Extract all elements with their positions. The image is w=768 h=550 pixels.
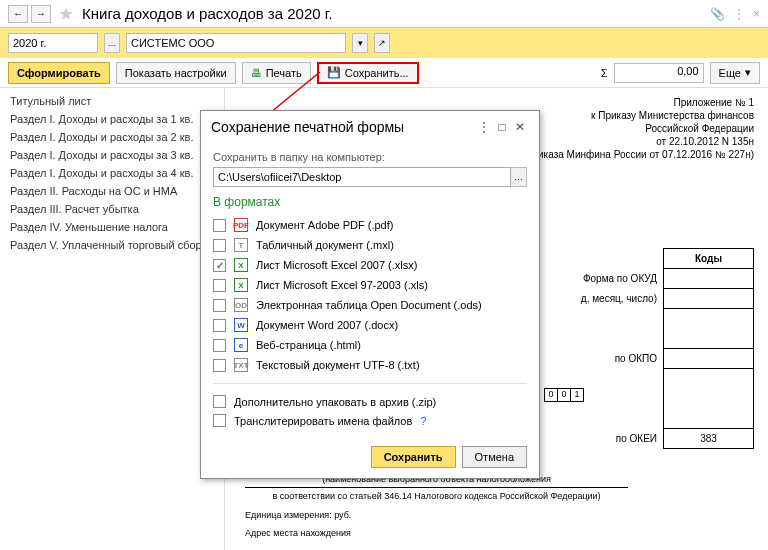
zip-checkbox[interactable] [213, 395, 226, 408]
sidebar-item[interactable]: Раздел I. Доходы и расходы за 3 кв. [0, 146, 224, 164]
toolbar: Сформировать Показать настройки 🖶Печать … [0, 58, 768, 88]
format-row: e Веб-страница (.html) [213, 335, 527, 355]
dialog-save-button[interactable]: Сохранить [371, 446, 456, 468]
close-icon[interactable]: × [753, 7, 760, 21]
format-checkbox[interactable] [213, 279, 226, 292]
page-title: Книга доходов и расходов за 2020 г. [82, 5, 710, 22]
printer-icon: 🖶 [251, 67, 262, 79]
format-label: Электронная таблица Open Document (.ods) [256, 299, 482, 311]
help-link[interactable]: ? [420, 415, 426, 427]
format-icon: PDF [234, 218, 248, 232]
format-row: TXT Текстовый документ UTF-8 (.txt) [213, 355, 527, 375]
translit-checkbox[interactable] [213, 414, 226, 427]
format-checkbox[interactable] [213, 359, 226, 372]
sidebar-item[interactable]: Раздел III. Расчет убытка [0, 200, 224, 218]
titlebar: ← → ★ Книга доходов и расходов за 2020 г… [0, 0, 768, 28]
nav-back-button[interactable]: ← [8, 5, 28, 23]
org-open-button[interactable]: ↗ [374, 33, 390, 53]
format-label: Текстовый документ UTF-8 (.txt) [256, 359, 420, 371]
sidebar-item[interactable]: Раздел V. Уплаченный торговый сбор [0, 236, 224, 254]
format-checkbox[interactable] [213, 219, 226, 232]
format-icon: OD [234, 298, 248, 312]
format-label: Лист Microsoft Excel 97-2003 (.xls) [256, 279, 428, 291]
nav-forward-button[interactable]: → [31, 5, 51, 23]
format-label: Документ Adobe PDF (.pdf) [256, 219, 393, 231]
date-digit: 0 [544, 388, 558, 402]
date-boxes: 001 [545, 388, 584, 402]
attach-icon[interactable]: 📎 [710, 7, 725, 21]
sidebar-item[interactable]: Раздел I. Доходы и расходы за 1 кв. [0, 110, 224, 128]
format-checkbox[interactable] [213, 239, 226, 252]
format-label: Лист Microsoft Excel 2007 (.xlsx) [256, 259, 417, 271]
footer-line: Единица измерения: руб. [245, 509, 628, 522]
codes-table: Коды Форма по ОКУД д, месяц, число) по О… [577, 248, 754, 449]
path-input[interactable] [213, 167, 511, 187]
filter-bar: … ▾ ↗ [0, 28, 768, 58]
sum-label: Σ [601, 67, 608, 79]
org-clear-button[interactable]: ▾ [352, 33, 368, 53]
save-dialog: Сохранение печатной формы ⋮ □ ✕ Сохранит… [200, 110, 540, 479]
dialog-title: Сохранение печатной формы [211, 119, 475, 135]
format-icon: W [234, 318, 248, 332]
dialog-cancel-button[interactable]: Отмена [462, 446, 527, 468]
form-button[interactable]: Сформировать [8, 62, 110, 84]
diskette-icon: 💾 [327, 66, 341, 79]
format-row: OD Электронная таблица Open Document (.o… [213, 295, 527, 315]
settings-button[interactable]: Показать настройки [116, 62, 236, 84]
format-checkbox[interactable] [213, 299, 226, 312]
footer-line: в соответствии со статьей 346.14 Налогов… [245, 490, 628, 503]
footer-line: Адрес места нахождения [245, 527, 628, 540]
formats-heading: В форматах [213, 195, 527, 209]
format-checkbox[interactable] [213, 339, 226, 352]
format-icon: X [234, 278, 248, 292]
appendix-line: Приложение № 1 [239, 96, 754, 109]
format-row: T Табличный документ (.mxl) [213, 235, 527, 255]
dialog-close-icon[interactable]: ✕ [511, 120, 529, 134]
format-checkbox[interactable]: ✓ [213, 259, 226, 272]
zip-label: Дополнительно упаковать в архив (.zip) [234, 396, 436, 408]
date-digit: 0 [557, 388, 571, 402]
sidebar-item[interactable]: Раздел I. Доходы и расходы за 4 кв. [0, 164, 224, 182]
menu-dots-icon[interactable]: ⋮ [733, 7, 745, 21]
print-button[interactable]: 🖶Печать [242, 62, 311, 84]
path-label: Сохранить в папку на компьютер: [213, 151, 527, 163]
date-digit: 1 [570, 388, 584, 402]
format-row: X Лист Microsoft Excel 97-2003 (.xls) [213, 275, 527, 295]
period-input[interactable] [8, 33, 98, 53]
format-row: W Документ Word 2007 (.docx) [213, 315, 527, 335]
sidebar-item[interactable]: Раздел IV. Уменьшение налога [0, 218, 224, 236]
format-label: Табличный документ (.mxl) [256, 239, 394, 251]
format-label: Веб-страница (.html) [256, 339, 361, 351]
dialog-maximize-icon[interactable]: □ [493, 120, 511, 134]
translit-label: Транслитерировать имена файлов [234, 415, 412, 427]
org-input[interactable] [126, 33, 346, 53]
favorite-star-icon[interactable]: ★ [58, 3, 74, 25]
sum-value: 0,00 [614, 63, 704, 83]
sidebar-item[interactable]: Раздел I. Доходы и расходы за 2 кв. [0, 128, 224, 146]
path-browse-button[interactable]: … [511, 167, 527, 187]
more-button[interactable]: Еще ▾ [710, 62, 760, 84]
format-checkbox[interactable] [213, 319, 226, 332]
format-row: PDF Документ Adobe PDF (.pdf) [213, 215, 527, 235]
sidebar: Титульный листРаздел I. Доходы и расходы… [0, 88, 225, 550]
format-icon: e [234, 338, 248, 352]
format-icon: T [234, 238, 248, 252]
format-icon: X [234, 258, 248, 272]
save-button[interactable]: 💾Сохранить... [317, 62, 419, 84]
period-select-button[interactable]: … [104, 33, 120, 53]
sidebar-item[interactable]: Раздел II. Расходы на ОС и НМА [0, 182, 224, 200]
format-label: Документ Word 2007 (.docx) [256, 319, 398, 331]
dialog-menu-icon[interactable]: ⋮ [475, 120, 493, 134]
format-row: ✓ X Лист Microsoft Excel 2007 (.xlsx) [213, 255, 527, 275]
sidebar-item[interactable]: Титульный лист [0, 92, 224, 110]
format-icon: TXT [234, 358, 248, 372]
